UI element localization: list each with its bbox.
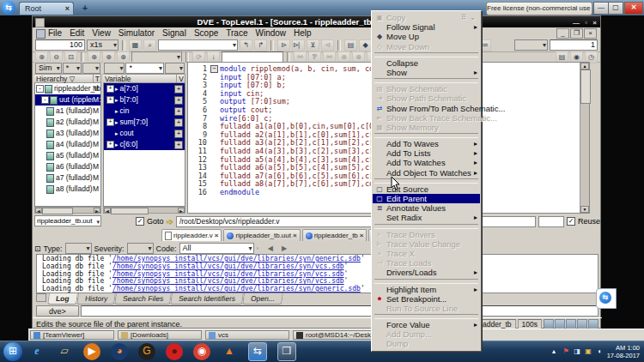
expand-icon[interactable]: + — [106, 85, 114, 93]
menu-item-add-to-waves[interactable]: Add To Waves▸ — [373, 139, 480, 148]
value-expand-icon[interactable]: + — [174, 130, 183, 138]
menu-item-edit-source[interactable]: ▢Edit Source — [373, 184, 480, 194]
new-doc-icon[interactable]: ▤ — [344, 39, 357, 51]
menu-item-show[interactable]: Show▸ — [373, 68, 480, 77]
find-binoculars-icon[interactable]: ⌕ — [143, 39, 156, 51]
tree-item-a5[interactable]: a5 (fulladd)M — [35, 150, 100, 161]
log-file-link[interactable]: /home/synopsys_install/vcs/gui/dve/libra… — [112, 285, 361, 293]
menu-signal[interactable]: Signal — [162, 27, 186, 39]
menu-item-force-value[interactable]: Force Value▸ — [373, 320, 480, 329]
tree-item-a7[interactable]: a7 (fulladd)M — [35, 172, 100, 184]
hierarchy-scope-combo[interactable]: Sim — [35, 63, 62, 74]
step-over-icon[interactable]: ⊻ — [307, 39, 319, 51]
menu-item-annotate-values[interactable]: ≣Annotate Values — [373, 203, 480, 213]
mdi-restore-button[interactable]: ❐ — [570, 28, 583, 39]
search-combo[interactable] — [158, 39, 238, 51]
log-tab-log[interactable]: Log — [47, 293, 77, 305]
value-expand-icon[interactable]: + — [174, 107, 183, 116]
menu-trace[interactable]: Trace — [226, 27, 247, 39]
variable-item-cout[interactable]: ▸cout+ — [104, 128, 185, 139]
viewer-close-button[interactable]: ✕ — [624, 2, 643, 15]
expand-icon[interactable]: + — [106, 96, 114, 104]
search-prev-icon[interactable]: ↰ — [240, 39, 252, 51]
menu-item-follow-signal[interactable]: Follow Signal▸ — [373, 22, 480, 32]
tree-item-a8[interactable]: a8 (fulladd)M — [35, 184, 100, 195]
value-expand-icon[interactable]: + — [174, 141, 183, 149]
viewer-maximize-button[interactable]: ▢ — [608, 2, 623, 15]
step-in-icon[interactable]: ⊳⎸ — [292, 39, 305, 51]
teamviewer-orb-icon[interactable]: ⇆ — [2, 1, 15, 15]
collapse-icon[interactable]: - — [36, 85, 44, 93]
goto-aux-field[interactable] — [538, 216, 564, 227]
reuse-checkbox[interactable]: ✓ — [567, 217, 575, 226]
dve-titlebar[interactable]: DVE - TopLevel.1 - [Source.1 - rippleadd… — [33, 16, 600, 27]
firefox-icon[interactable]: ◕ — [111, 343, 128, 360]
remote-task-teamviewer[interactable]: [TeamViewer] — [30, 330, 114, 340]
remote-task-downloads[interactable]: [Downloads] — [118, 330, 202, 340]
menu-file[interactable]: File — [48, 27, 62, 39]
gom-player-icon[interactable]: G — [138, 343, 155, 360]
tab-close-icon[interactable]: × — [65, 4, 70, 13]
menu-item-show-from-to-path-schematic[interactable]: ⇄Show From/To Path Schematic... — [373, 104, 480, 113]
log-tab-history[interactable]: History — [76, 293, 116, 305]
tree-item-a2[interactable]: a2 (fulladd)M — [35, 117, 100, 128]
variable-item-c60[interactable]: +▸c[6:0]+ — [104, 139, 185, 150]
fold-icon[interactable]: − — [210, 65, 218, 73]
menu-item-move-up[interactable]: ◆Move Up — [373, 32, 480, 41]
viewer-tab-root[interactable]: Root × — [19, 2, 74, 15]
menu-view[interactable]: View — [92, 27, 111, 39]
menu-item-add-to-watches[interactable]: Add To Watches▸ — [373, 158, 480, 167]
count-field[interactable]: 1 — [550, 39, 598, 51]
menu-item-set-breakpoint[interactable]: ●Set Breakpoint... — [373, 294, 480, 304]
value-expand-icon[interactable]: + — [174, 96, 183, 105]
tree-item-a3[interactable]: a3 (fulladd)M — [35, 128, 100, 139]
variable-column-header[interactable]: Variable V — [103, 74, 185, 83]
hierarchy-column-header[interactable]: Hierarchy ▽ T — [34, 74, 101, 83]
console-input[interactable] — [81, 305, 598, 317]
hierarchy-hscrollbar[interactable]: ◀▶ — [34, 207, 101, 214]
variable-item-sum70[interactable]: +▸sum[7:0]+ — [104, 117, 185, 128]
variable-filter-combo[interactable]: * — [125, 63, 164, 74]
tree-item-a1[interactable]: a1 (fulladd)M — [35, 106, 100, 117]
menu-item-collapse[interactable]: Collapse — [373, 58, 480, 68]
hierarchy-filter-combo[interactable]: * — [63, 63, 82, 74]
log-output[interactable]: Loading db file '/home/synopsys_install/… — [36, 254, 598, 293]
tray-expand-icon[interactable]: ▴ — [550, 347, 559, 355]
menu-scope[interactable]: Scope — [194, 27, 218, 39]
remote-task-vcs[interactable]: vcs — [205, 330, 289, 340]
variable-item-b70[interactable]: +▸b[7:0]+ — [104, 94, 185, 106]
log-code-combo[interactable]: All — [179, 243, 254, 254]
variable-item-cin[interactable]: ▸cin+ — [104, 106, 185, 117]
menu-item-drivers-loads[interactable]: Drivers/Loads▸ — [373, 268, 480, 277]
log-severity-combo[interactable] — [127, 243, 154, 254]
menu-item-add-to-lists[interactable]: Add To Lists▸ — [373, 148, 480, 158]
menu-edit[interactable]: Edit — [70, 27, 84, 39]
vlc-icon[interactable]: ▲ — [221, 343, 238, 360]
teamviewer-icon[interactable]: ⇆ — [248, 342, 267, 361]
tree-item-uut[interactable]: -uut (ripplemod)M — [35, 94, 100, 106]
license-banner[interactable]: Free license (non-commercial use only) — [486, 2, 592, 15]
mdi-window-controls[interactable]: _❐× — [556, 28, 597, 39]
mdi-close-button[interactable]: × — [584, 28, 597, 39]
log-tab-search-files[interactable]: Search Files — [114, 293, 172, 305]
log-type-combo[interactable] — [65, 243, 92, 254]
log-tab-search-identifiers[interactable]: Search Identifiers — [170, 293, 244, 305]
log-file-link[interactable]: /home/synopsys_install/vcs/gui/dve/libra… — [112, 262, 344, 270]
variable-view-combo[interactable] — [104, 63, 125, 74]
step-out-icon[interactable]: ⊲ — [321, 39, 334, 51]
step-icon[interactable]: ⊳ — [277, 39, 290, 51]
simulator-setup-icon[interactable]: ▦ — [129, 39, 142, 51]
value-expand-icon[interactable]: + — [174, 118, 183, 127]
explorer-icon[interactable]: ▱ — [56, 343, 73, 360]
edge-combo[interactable] — [514, 39, 548, 51]
log-nav-icons[interactable]: ◦ ◀ ▶ — [257, 244, 291, 252]
doc-tab-rippleadderv[interactable]: rippleadder.v× — [161, 229, 222, 241]
tree-item-a6[interactable]: a6 (fulladd)M — [35, 161, 100, 172]
expand-icon[interactable]: + — [106, 141, 114, 148]
source-vscrollbar[interactable]: ▲▼ — [580, 63, 589, 213]
update-tray-icon[interactable]: ◨ — [573, 347, 582, 355]
chrome-icon[interactable]: ◉ — [193, 343, 210, 360]
search-next-icon[interactable]: ↱ — [254, 39, 267, 51]
menu-simulator[interactable]: Simulator — [118, 27, 155, 39]
menu-help[interactable]: Help — [294, 27, 312, 39]
